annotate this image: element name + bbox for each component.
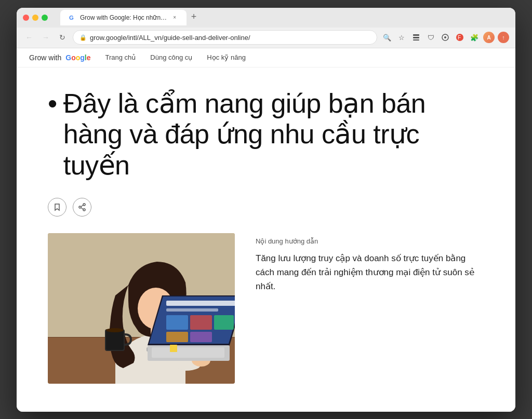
- url-text: grow.google/intl/ALL_vn/guide-sell-and-d…: [90, 34, 250, 42]
- tab-favicon: G: [69, 14, 76, 21]
- toolbar-icons: 🔍 ☆ 🛡 F: [381, 32, 509, 43]
- reload-button[interactable]: ↻: [56, 31, 69, 44]
- svg-rect-30: [190, 332, 212, 342]
- puzzle-icon[interactable]: 🧩: [469, 32, 480, 43]
- logo-o2: o: [76, 53, 81, 62]
- bookmark-button[interactable]: [48, 198, 66, 217]
- logo-g: G: [65, 53, 71, 62]
- traffic-lights: [23, 15, 48, 21]
- close-button[interactable]: [23, 15, 29, 21]
- svg-rect-23: [152, 347, 224, 358]
- maximize-button[interactable]: [42, 15, 48, 21]
- minimize-button[interactable]: [32, 15, 38, 21]
- svg-rect-25: [166, 308, 218, 312]
- action-buttons: [48, 198, 484, 217]
- nav-hoc-ky-nang[interactable]: Học kỹ năng: [207, 53, 246, 61]
- website-content: Grow with Google Trang chủ Dùng công cụ …: [17, 48, 515, 412]
- layers-icon[interactable]: [410, 32, 422, 43]
- update-icon[interactable]: ↑: [498, 32, 509, 43]
- bookmark-star-icon[interactable]: ☆: [396, 32, 407, 43]
- title-bar: G Grow with Google: Học nhữn… × +: [17, 8, 515, 28]
- url-bar[interactable]: 🔒 grow.google/intl/ALL_vn/guide-sell-and…: [73, 30, 377, 45]
- content-grid: Nội dung hướng dẫn Tăng lưu lượng truy c…: [48, 233, 484, 384]
- vpn-icon[interactable]: [440, 32, 451, 43]
- shield-icon[interactable]: 🛡: [425, 32, 436, 43]
- nav-dung-cong-cu[interactable]: Dùng công cụ: [150, 53, 192, 61]
- svg-rect-1: [413, 34, 419, 36]
- logo-o1: o: [71, 53, 76, 62]
- profile-avatar[interactable]: A: [483, 32, 495, 43]
- svg-rect-3: [413, 39, 419, 40]
- content-image: [48, 233, 235, 384]
- share-button[interactable]: [73, 198, 91, 217]
- site-nav: Grow with Google Trang chủ Dùng công cụ …: [17, 48, 515, 67]
- content-text: Nội dung hướng dẫn Tăng lưu lượng truy c…: [256, 233, 484, 294]
- svg-rect-24: [166, 301, 235, 306]
- svg-text:F: F: [458, 35, 461, 40]
- tab-close-button[interactable]: ×: [171, 14, 178, 21]
- svg-point-8: [83, 204, 85, 206]
- address-bar: ← → ↻ 🔒 grow.google/intl/ALL_vn/guide-se…: [17, 28, 515, 48]
- headline-bullet: •: [48, 88, 57, 181]
- content-label: Nội dung hướng dẫn: [256, 237, 484, 245]
- svg-line-11: [81, 205, 83, 207]
- svg-rect-2: [413, 37, 419, 38]
- tab-bar: G Grow with Google: Học nhữn… × +: [60, 10, 509, 25]
- svg-point-9: [79, 206, 81, 208]
- content-description: Tăng lưu lượng truy cập và doanh số trực…: [256, 251, 484, 294]
- svg-rect-28: [214, 315, 234, 330]
- lock-icon: 🔒: [79, 34, 87, 41]
- svg-text:G: G: [69, 15, 74, 21]
- svg-line-12: [81, 208, 83, 209]
- brand-prefix: Grow with: [29, 53, 61, 62]
- site-logo: Grow with Google: [29, 53, 91, 62]
- tab-title: Grow with Google: Học nhữn…: [80, 14, 167, 21]
- nav-trang-chu[interactable]: Trang chủ: [105, 53, 136, 61]
- search-icon[interactable]: 🔍: [381, 32, 393, 43]
- active-tab[interactable]: G Grow with Google: Học nhữn… ×: [60, 10, 187, 25]
- svg-point-33: [106, 328, 124, 332]
- headline-text: Đây là cẩm nang giúp bạn bán hàng và đáp…: [63, 88, 484, 181]
- logo-e: e: [87, 53, 91, 62]
- extension1-icon[interactable]: F: [454, 32, 466, 43]
- back-button[interactable]: ←: [23, 31, 35, 44]
- browser-window: G Grow with Google: Học nhữn… × + ← → ↻ …: [17, 8, 515, 412]
- forward-button[interactable]: →: [39, 31, 52, 44]
- svg-point-10: [83, 209, 85, 211]
- main-content: • Đây là cẩm nang giúp bạn bán hàng và đ…: [17, 67, 515, 404]
- svg-rect-27: [190, 315, 212, 330]
- logo-g2: g: [80, 53, 85, 62]
- svg-rect-26: [166, 315, 188, 330]
- svg-point-5: [444, 36, 446, 38]
- headline: • Đây là cẩm nang giúp bạn bán hàng và đ…: [48, 88, 484, 181]
- svg-rect-32: [106, 330, 124, 350]
- new-tab-button[interactable]: +: [187, 10, 201, 24]
- svg-rect-34: [170, 345, 177, 352]
- svg-rect-29: [166, 332, 188, 342]
- google-logo: Google: [65, 53, 90, 62]
